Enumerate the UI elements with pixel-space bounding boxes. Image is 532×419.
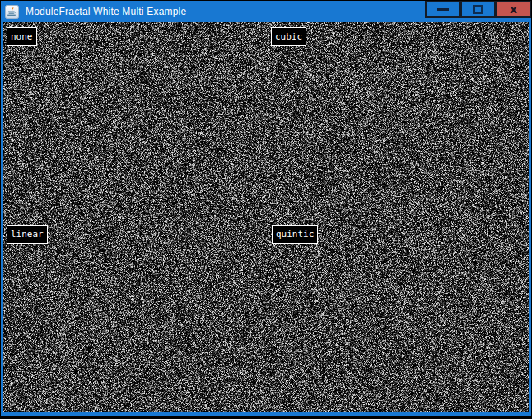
app-window: ModuleFractal White Multi Example x none… — [0, 0, 532, 419]
titlebar[interactable]: ModuleFractal White Multi Example x — [1, 1, 531, 22]
noise-render-area: none cubic linear quintic — [3, 22, 529, 412]
noise-canvas — [3, 22, 529, 412]
minimize-button[interactable] — [425, 1, 460, 18]
region-label-cubic: cubic — [271, 27, 306, 46]
window-frame: ModuleFractal White Multi Example x none… — [1, 1, 531, 416]
region-label-none: none — [7, 27, 37, 46]
region-label-quintic: quintic — [272, 225, 318, 244]
java-coffee-cup-icon — [5, 5, 19, 19]
maximize-icon — [473, 5, 483, 14]
maximize-button[interactable] — [460, 1, 496, 18]
close-button[interactable]: x — [496, 1, 531, 18]
window-title: ModuleFractal White Multi Example — [26, 6, 186, 17]
minimize-icon — [437, 8, 449, 11]
close-icon: x — [510, 3, 517, 15]
region-label-linear: linear — [7, 225, 48, 244]
window-controls: x — [425, 1, 531, 21]
